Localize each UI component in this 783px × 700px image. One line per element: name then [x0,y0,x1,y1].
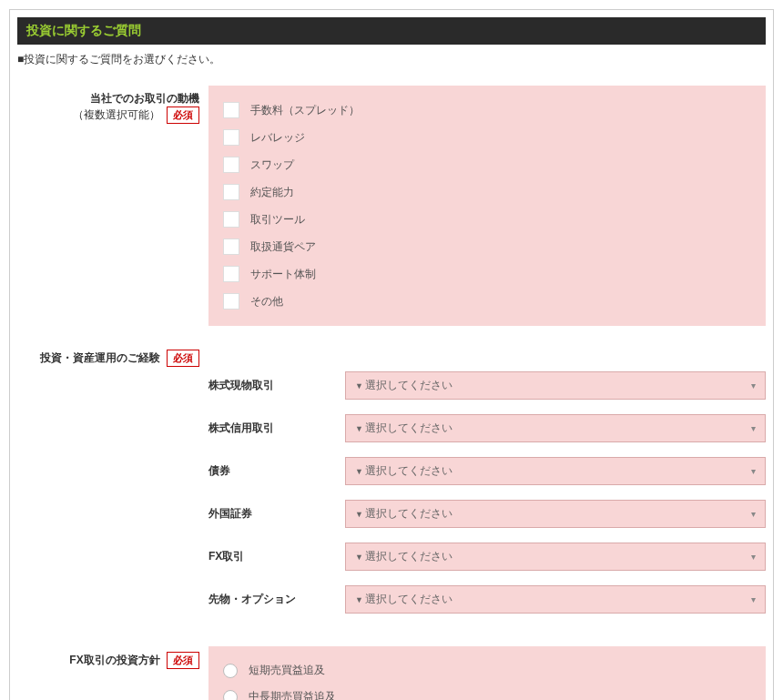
radio-label: 短期売買益追及 [249,663,325,678]
experience-field-label: 株式信用取引 [208,421,345,436]
motivation-panel: 手数料（スプレッド） レバレッジ スワップ 約定能力 取引ツール [208,86,766,326]
radio-mid-long-term[interactable] [223,690,238,701]
experience-field-label: 外国証券 [208,506,345,522]
required-badge: 必須 [167,652,199,669]
select-stock-spot[interactable]: 選択してください [345,371,766,400]
experience-item: 外国証券 選択してください [208,500,766,528]
select-placeholder: 選択してください [355,506,453,522]
section-header: 投資に関するご質問 [17,17,766,45]
checkbox-item: 約定能力 [223,178,751,206]
motivation-row: 当社でのお取引の動機 （複数選択可能） 必須 手数料（スプレッド） レバレッジ … [17,86,766,326]
policy-label: FX取引の投資方針 [69,654,159,666]
checkbox-item: スワップ [223,151,751,178]
checkbox-item: その他 [223,288,751,315]
checkbox-support[interactable] [223,266,239,282]
select-bonds[interactable]: 選択してください [345,457,766,485]
experience-input-col: 株式現物取引 選択してください 株式信用取引 選択してください 債券 選択してく… [208,344,766,628]
select-foreign-securities[interactable]: 選択してください [345,500,766,528]
checkbox-item: 取引ツール [223,206,751,233]
checkbox-label: 約定能力 [250,185,294,200]
checkbox-label: サポート体制 [250,267,316,282]
checkbox-fee[interactable] [223,102,239,118]
experience-field-label: 先物・オプション [208,592,345,607]
checkbox-label: 取扱通貨ペア [250,239,316,255]
checkbox-item: サポート体制 [223,260,751,288]
motivation-label-line2: （複数選択可能） [73,108,160,121]
experience-label-col: 投資・資産運用のご経験 必須 [17,344,208,628]
checkbox-item: レバレッジ [223,124,751,151]
radio-item: 短期売買益追及 [223,657,751,684]
experience-item: 先物・オプション 選択してください [208,585,766,614]
checkbox-label: 手数料（スプレッド） [250,103,360,118]
experience-item: 債券 選択してください [208,457,766,485]
select-placeholder: 選択してください [355,421,453,436]
select-placeholder: 選択してください [355,592,453,607]
policy-input-col: 短期売買益追及 中長期売買益追及 利回り重視 実需取引のヘッジ [208,646,766,700]
required-badge: 必須 [167,107,199,124]
policy-row: FX取引の投資方針 必須 短期売買益追及 中長期売買益追及 利回り重視 [17,646,766,700]
checkbox-currency-pairs[interactable] [223,238,239,255]
select-placeholder: 選択してください [355,463,453,479]
experience-item: 株式現物取引 選択してください [208,371,766,400]
checkbox-label: 取引ツール [250,212,305,228]
select-fx[interactable]: 選択してください [345,543,766,571]
experience-field-label: 債券 [208,463,345,479]
experience-label: 投資・資産運用のご経験 [40,351,160,364]
section-subtext: ■投資に関するご質問をお選びください。 [17,45,766,86]
checkbox-leverage[interactable] [223,129,239,146]
experience-item: FX取引 選択してください [208,543,766,571]
radio-item: 中長期売買益追及 [223,684,751,700]
checkbox-item: 取扱通貨ペア [223,233,751,260]
policy-panel: 短期売買益追及 中長期売買益追及 利回り重視 実需取引のヘッジ [208,646,766,700]
policy-label-col: FX取引の投資方針 必須 [17,646,208,700]
select-placeholder: 選択してください [355,549,453,564]
radio-label: 中長期売買益追及 [249,689,336,700]
select-placeholder: 選択してください [355,378,453,393]
select-stock-margin[interactable]: 選択してください [345,414,766,442]
motivation-input-col: 手数料（スプレッド） レバレッジ スワップ 約定能力 取引ツール [208,86,766,326]
checkbox-other[interactable] [223,293,239,309]
form-container: 投資に関するご質問 ■投資に関するご質問をお選びください。 当社でのお取引の動機… [9,9,774,700]
checkbox-swap[interactable] [223,157,239,173]
experience-field-label: FX取引 [208,549,345,564]
checkbox-tools[interactable] [223,211,239,228]
required-badge: 必須 [167,350,199,367]
motivation-label-line1: 当社でのお取引の動機 [90,92,199,105]
radio-short-term[interactable] [223,664,238,678]
experience-field-label: 株式現物取引 [208,378,345,393]
experience-row: 投資・資産運用のご経験 必須 株式現物取引 選択してください 株式信用取引 選択… [17,344,766,628]
motivation-label: 当社でのお取引の動機 （複数選択可能） 必須 [17,86,208,326]
section-title: 投資に関するご質問 [26,23,141,37]
select-futures-options[interactable]: 選択してください [345,585,766,614]
experience-item: 株式信用取引 選択してください [208,414,766,442]
checkbox-item: 手数料（スプレッド） [223,96,751,124]
checkbox-label: その他 [250,294,283,309]
checkbox-label: レバレッジ [250,130,305,146]
checkbox-execution[interactable] [223,184,239,200]
checkbox-label: スワップ [250,157,294,173]
experience-grid: 株式現物取引 選択してください 株式信用取引 選択してください 債券 選択してく… [208,371,766,614]
